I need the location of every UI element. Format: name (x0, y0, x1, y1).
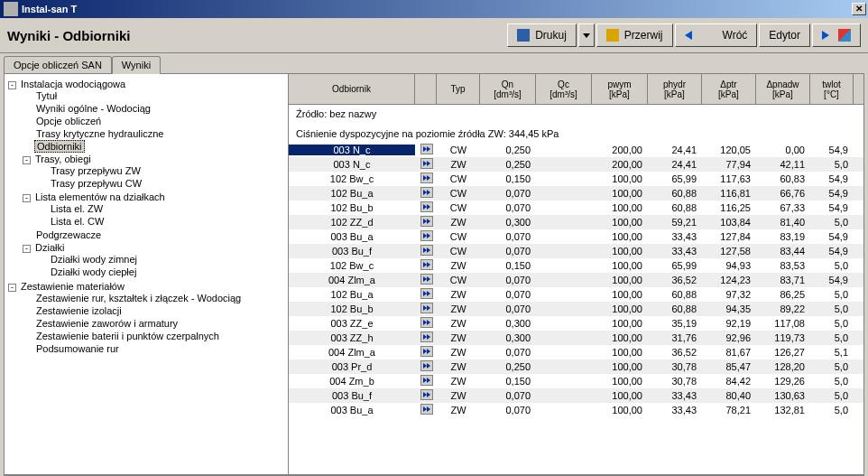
tree-item[interactable]: Lista el. CW (49, 216, 106, 227)
tree-toggler[interactable]: - (8, 81, 16, 89)
row-expand-button[interactable] (415, 230, 437, 243)
tree-item[interactable]: Zestawienie materiałów (19, 281, 126, 292)
tree-item[interactable]: Lista elementów na działkach (33, 191, 167, 202)
tree-root[interactable]: Instalacja wodociągowa (19, 79, 127, 89)
col-twlot[interactable]: twlot[°C] (810, 74, 854, 104)
table-row[interactable]: 102 ZZ_dZW0,300100,0059,21103,8481,405,0 (289, 215, 863, 229)
editor-button[interactable]: Edytor (759, 23, 810, 47)
stop-button[interactable]: Przerwij (596, 23, 673, 47)
tab-results[interactable]: Wyniki (112, 56, 161, 74)
tree-item[interactable]: Trasy przepływu ZW (49, 165, 143, 176)
table-row[interactable]: 102 Bu_aZW0,070100,0060,8897,3286,255,0 (289, 287, 863, 302)
row-expand-button[interactable] (415, 346, 437, 359)
tree-item[interactable]: Trasy przepływu CW (49, 178, 143, 189)
row-expand-button[interactable] (415, 404, 437, 416)
table-row[interactable]: 003 ZZ_hZW0,300100,0031,7692,96119,735,0 (289, 331, 863, 345)
table-row[interactable]: 102 Bw_cZW0,150100,0065,9994,9383,535,0 (289, 258, 863, 273)
print-button-label: Drukuj (535, 29, 567, 42)
table-row[interactable]: 003 Bu_aZW0,070100,0033,4378,21132,815,0 (289, 403, 863, 417)
tree-item[interactable]: Podgrzewacze (34, 229, 103, 240)
row-expand-button[interactable] (415, 389, 437, 402)
row-expand-button[interactable] (415, 259, 437, 272)
grid-header: Odbiornik Typ Qn[dm³/s] Qc[dm³/s] pwym[k… (289, 74, 863, 105)
tree-toggler[interactable]: - (23, 194, 31, 202)
tree-item[interactable]: Działki wody ciepłej (49, 266, 138, 277)
print-button[interactable]: Drukuj (507, 23, 577, 47)
back-button[interactable]: Wróć (675, 23, 758, 47)
double-arrow-icon (420, 158, 433, 169)
table-row[interactable]: 003 Bu_fCW0,070100,0033,43127,5883,4454,… (289, 244, 863, 258)
cell-typ: ZW (437, 260, 480, 271)
table-row[interactable]: 102 Bu_bZW0,070100,0060,8894,3589,225,0 (289, 302, 863, 316)
double-arrow-icon (420, 404, 433, 415)
table-row[interactable]: 102 Bw_cCW0,150100,0065,99117,6360,8354,… (289, 172, 863, 186)
table-row[interactable]: 003 ZZ_eZW0,300100,0035,1992,19117,085,0 (289, 316, 863, 331)
cell-typ: ZW (437, 217, 480, 228)
row-expand-button[interactable] (415, 158, 437, 171)
col-dpnadw[interactable]: Δpnadw[kPa] (756, 74, 810, 104)
tree-item[interactable]: Trasy, obiegi (33, 154, 93, 164)
col-phydr[interactable]: phydr[kPa] (648, 74, 702, 104)
row-expand-button[interactable] (415, 317, 437, 330)
table-row[interactable]: 102 Bu_aCW0,070100,0060,88116,8166,7654,… (289, 186, 863, 201)
cell-qn: 0,300 (480, 217, 536, 228)
row-expand-button[interactable] (415, 274, 437, 286)
table-row[interactable]: 003 Bu_fZW0,070100,0033,4380,40130,635,0 (289, 388, 863, 403)
cell-typ: ZW (437, 289, 480, 300)
tree-item[interactable]: Zestawienie baterii i punktów czerpalnyc… (34, 331, 221, 341)
row-expand-button[interactable] (415, 360, 437, 373)
table-row[interactable]: 003 N_cCW0,250200,0024,41120,050,0054,9 (289, 143, 863, 157)
tree-item[interactable]: Zestawienie zaworów i armatury (34, 318, 180, 329)
table-row[interactable]: 004 Zlm_aZW0,070100,0036,5281,67126,275,… (289, 345, 863, 359)
print-dropdown[interactable] (578, 23, 595, 47)
row-expand-button[interactable] (415, 375, 437, 387)
table-row[interactable]: 003 Pr_dZW0,250100,0030,7885,47128,205,0 (289, 359, 863, 374)
double-arrow-icon (420, 245, 433, 256)
tree-item[interactable]: Trasy krytyczne hydrauliczne (34, 128, 165, 139)
col-odbiornik[interactable]: Odbiornik (289, 74, 415, 104)
row-expand-button[interactable] (415, 173, 437, 185)
table-row[interactable]: 003 N_cZW0,250200,0024,4177,9442,115,0 (289, 157, 863, 172)
tree-item[interactable]: Opcje obliczeń (34, 116, 103, 126)
tree-toggler[interactable]: - (8, 284, 16, 292)
tree-item[interactable]: Zestawienie rur, kształtek i złączek - W… (34, 293, 243, 303)
cell-phydr: 33,43 (648, 390, 702, 401)
row-expand-button[interactable] (415, 187, 437, 200)
table-row[interactable]: 004 Zlm_aCW0,070100,0036,52124,2383,7154… (289, 273, 863, 287)
tree-item-selected[interactable]: Odbiorniki (34, 140, 85, 153)
double-arrow-icon (420, 230, 433, 241)
row-expand-button[interactable] (415, 144, 437, 156)
cell-dptr: 80,40 (702, 390, 756, 401)
tree-item[interactable]: Zestawienie izolacji (34, 305, 124, 316)
tree-view[interactable]: -Instalacja wodociągowa Tytuł Wyniki ogó… (5, 74, 289, 474)
tree-item[interactable]: Działki wody zimnej (49, 254, 139, 265)
cell-pwym: 100,00 (592, 332, 648, 343)
cell-qn: 0,070 (480, 246, 536, 257)
row-expand-button[interactable] (415, 288, 437, 301)
col-pwym[interactable]: pwym[kPa] (592, 74, 648, 104)
col-qn[interactable]: Qn[dm³/s] (480, 74, 536, 104)
tab-options[interactable]: Opcje obliczeń SAN (4, 56, 112, 73)
row-expand-button[interactable] (415, 331, 437, 344)
tree-item[interactable]: Lista el. ZW (49, 203, 105, 214)
table-row[interactable]: 102 Bu_bCW0,070100,0060,88116,2567,3354,… (289, 201, 863, 215)
table-row[interactable]: 004 Zm_bZW0,150100,0030,7884,42129,265,0 (289, 374, 863, 388)
row-expand-button[interactable] (415, 216, 437, 229)
forward-button[interactable] (812, 23, 861, 47)
grid-info-pressure: Ciśnienie dyspozycyjne na poziomie źródł… (296, 128, 856, 139)
tree-item[interactable]: Wyniki ogólne - Wodociąg (34, 103, 152, 114)
tree-item[interactable]: Podsumowanie rur (34, 343, 121, 354)
row-expand-button[interactable] (415, 245, 437, 257)
row-expand-button[interactable] (415, 201, 437, 214)
col-qc[interactable]: Qc[dm³/s] (536, 74, 592, 104)
tree-toggler[interactable]: - (23, 156, 31, 164)
col-typ[interactable]: Typ (437, 74, 480, 104)
col-dptr[interactable]: Δptr[kPa] (702, 74, 756, 104)
double-arrow-icon (420, 187, 433, 198)
tree-item[interactable]: Tytuł (34, 90, 59, 101)
table-row[interactable]: 003 Bu_aCW0,070100,0033,43127,8483,1954,… (289, 229, 863, 244)
row-expand-button[interactable] (415, 303, 437, 315)
close-button[interactable]: ✕ (852, 3, 866, 15)
tree-toggler[interactable]: - (23, 245, 31, 253)
tree-item[interactable]: Działki (33, 242, 66, 253)
